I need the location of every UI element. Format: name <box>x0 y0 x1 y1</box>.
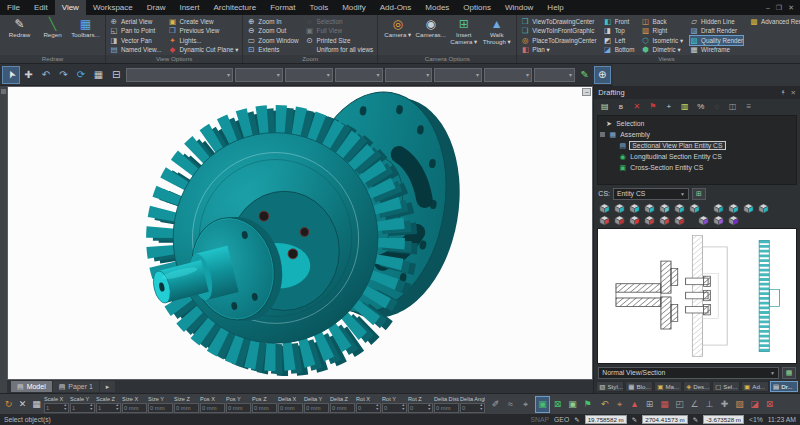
section-cube-icon[interactable] <box>643 215 656 226</box>
redo-icon[interactable]: ↷ <box>56 67 72 83</box>
clear-tool-icon[interactable]: ✕ <box>16 399 29 409</box>
menu-format[interactable]: Format <box>263 0 302 15</box>
uniform-for-all-views-button[interactable]: Uniform for all views <box>306 45 374 54</box>
section-cube-icon[interactable] <box>598 215 611 226</box>
scale-x-input[interactable]: 1▲▼ <box>44 403 69 413</box>
delta-z-input[interactable]: 0 mm <box>330 403 355 413</box>
regen-button[interactable]: ╲Regen <box>37 17 68 54</box>
view-to-in-front-graphic-button[interactable]: ❏ViewToInFrontGraphic <box>521 26 596 35</box>
menu-architecture[interactable]: Architecture <box>206 0 263 15</box>
menu-modify[interactable]: Modify <box>335 0 373 15</box>
corner-icon[interactable]: ◪ <box>748 397 761 412</box>
menu-insert[interactable]: Insert <box>172 0 206 15</box>
view-cube-icon[interactable] <box>628 203 641 214</box>
menu-modes[interactable]: Modes <box>418 0 456 15</box>
snap-mode-icon[interactable]: ▣ <box>536 397 549 412</box>
select-cursor-icon[interactable]: ➤ <box>3 67 19 83</box>
cs-dropdown[interactable]: Entity CS▼ <box>613 188 689 200</box>
tab-model[interactable]: ▤Model <box>11 381 52 392</box>
zoom-in-button[interactable]: ⊕Zoom In <box>247 17 298 26</box>
dimetric-view-button[interactable]: ⬢Dimetric ▾ <box>642 45 683 54</box>
new-doc-icon[interactable]: ▤ <box>599 102 610 111</box>
menu-draw[interactable]: Draw <box>140 0 173 15</box>
view-cube-icon[interactable] <box>613 203 626 214</box>
style-dropdown[interactable]: ▾ <box>385 68 433 82</box>
zoom-extents-button[interactable]: ⊡Extents <box>247 45 298 54</box>
front-view-button[interactable]: ◧Front <box>604 17 635 26</box>
geo-toggle[interactable]: GEO <box>554 416 569 423</box>
circle-icon[interactable]: ◌ <box>711 102 722 111</box>
command-prompt[interactable]: Select object(s) <box>4 416 526 423</box>
snap-toggle[interactable]: SNAP <box>531 416 550 423</box>
size-z-input[interactable]: 0 mm <box>174 403 199 413</box>
ucs-dropdown[interactable]: ▾ <box>534 68 575 82</box>
close-icon[interactable]: ✕ <box>788 4 794 12</box>
scale-icon[interactable]: % <box>695 102 706 111</box>
quad-icon[interactable]: ◰ <box>673 397 686 412</box>
sketch-icon[interactable]: ✎ <box>577 67 593 83</box>
create-view-button[interactable]: ▣Create View <box>168 17 238 26</box>
grid-tool-icon[interactable]: ▦ <box>30 399 43 409</box>
plan-button[interactable]: ◧Plan ▾ <box>521 45 596 54</box>
crosshair-icon[interactable]: ✚ <box>718 397 731 412</box>
menu-tools[interactable]: Tools <box>302 0 335 15</box>
scale-y-input[interactable]: 1▲▼ <box>70 403 95 413</box>
add-layout-tab-button[interactable]: ▸ <box>100 381 116 392</box>
tab-styles[interactable]: ▧Styl... <box>596 381 624 392</box>
rot-y-input[interactable]: 0▲▼ <box>382 403 407 413</box>
printed-size-button[interactable]: ⊙Printed Size <box>306 36 374 45</box>
grid-display-icon[interactable]: ▦ <box>658 397 671 412</box>
flag-icon[interactable]: ⚑ <box>647 102 658 111</box>
view-cube-icon[interactable] <box>658 203 671 214</box>
ratio-icon[interactable]: ≈ <box>504 397 517 412</box>
cs-settings-button[interactable]: ⊞ <box>692 188 706 200</box>
lineweight-dropdown[interactable]: ▾ <box>335 68 383 82</box>
tab-design[interactable]: ◈Des... <box>683 381 711 392</box>
top-view-button[interactable]: ◨Top <box>604 26 635 35</box>
hatch-icon[interactable]: ▧ <box>733 397 746 412</box>
rot-z-input[interactable]: 0▲▼ <box>408 403 433 413</box>
delta-angle-input[interactable]: 0▲▼ <box>460 403 485 413</box>
view-cube-icon[interactable] <box>742 203 755 214</box>
aerial-view-button[interactable]: ⊕Aerial View <box>110 17 161 26</box>
tree-item-selection[interactable]: ➤Selection <box>598 118 796 129</box>
pan-to-point-button[interactable]: ◱Pan to Point <box>110 26 161 35</box>
view-to-drawing-center-button[interactable]: ❐ViewToDrawingCenter <box>521 17 596 26</box>
named-view-button[interactable]: ▤Named View... <box>110 45 161 54</box>
view-dropdown[interactable]: ▾ <box>484 68 532 82</box>
view-mode-dropdown[interactable]: Normal View/Section▼ <box>598 367 779 379</box>
hidden-line-button[interactable]: ▱Hidden Line <box>690 17 743 26</box>
dynamic-cut-plane-button[interactable]: ◆Dynamic Cut Plane ▾ <box>168 45 238 54</box>
view-cube-icon[interactable] <box>712 203 725 214</box>
view-cube-icon[interactable] <box>727 203 740 214</box>
toolbars-button[interactable]: ▦Toolbars... <box>70 17 101 54</box>
tab-paper1[interactable]: ▤Paper 1 <box>53 381 99 392</box>
section-cube-icon[interactable] <box>658 215 671 226</box>
restore-icon[interactable]: ❐ <box>776 4 782 12</box>
orbit-icon[interactable]: ⟳ <box>73 67 89 83</box>
layer-dropdown[interactable]: ▾ <box>126 68 233 82</box>
menu-edit[interactable]: Edit <box>27 0 55 15</box>
ortho-icon[interactable]: ⊞ <box>643 397 656 412</box>
delta-x-input[interactable]: 0 mm <box>278 403 303 413</box>
right-view-button[interactable]: ▥Right <box>642 26 683 35</box>
view-cube-icon[interactable] <box>673 203 686 214</box>
section-cube-icon[interactable] <box>673 215 686 226</box>
link-icon[interactable]: ✐ <box>489 397 502 412</box>
size-y-input[interactable]: 0 mm <box>148 403 173 413</box>
pin-icon[interactable]: 🖈 <box>780 89 787 97</box>
redraw-button[interactable]: ✎Redraw <box>4 17 35 54</box>
section-cube-icon[interactable] <box>628 215 641 226</box>
vector-pan-button[interactable]: ◨Vector Pan <box>110 36 161 45</box>
tab-selection[interactable]: ▢Sel... <box>712 381 740 392</box>
tab-blocks[interactable]: ▦Blo... <box>625 381 653 392</box>
add-icon[interactable]: + <box>663 102 674 111</box>
menu-help[interactable]: Help <box>540 0 570 15</box>
section-cube-icon[interactable] <box>727 215 740 226</box>
menu-addons[interactable]: Add-Ons <box>373 0 419 15</box>
grid-icon[interactable]: ▦ <box>91 67 107 83</box>
left-view-button[interactable]: ◩Left <box>604 36 635 45</box>
menu-options[interactable]: Options <box>456 0 498 15</box>
view-cube-icon[interactable] <box>757 203 770 214</box>
rotate-tool-icon[interactable]: ↻ <box>2 399 15 409</box>
